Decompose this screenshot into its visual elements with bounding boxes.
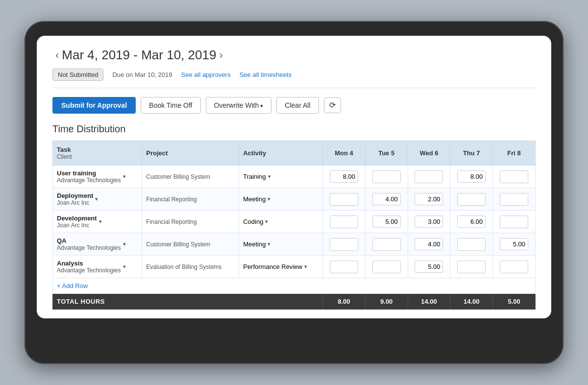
task-cell: Deployment Joan Arc Inc ▾ [53, 188, 142, 211]
task-dropdown-arrow[interactable]: ▾ [123, 264, 126, 270]
task-client: Advantage Technologies [57, 177, 121, 184]
hours-input-tue[interactable] [372, 216, 401, 228]
hours-wed[interactable] [408, 166, 450, 188]
project-name: Financial Reporting [146, 218, 196, 225]
hours-input-wed[interactable] [415, 193, 443, 205]
activity-dropdown-arrow[interactable]: ▾ [304, 264, 307, 270]
add-row-link[interactable]: + Add Row [57, 282, 88, 289]
table-header-row: Task Client Project Activity Mon 4 Tue 5… [53, 141, 536, 166]
activity-cell: Training ▾ [239, 166, 323, 188]
project-cell: Customer Billing System [142, 166, 239, 188]
hours-empty-fri[interactable] [500, 216, 528, 228]
hours-wed[interactable] [408, 256, 450, 278]
task-dropdown-arrow[interactable]: ▾ [123, 173, 126, 180]
screen-inner: ‹ Mar 4, 2019 - Mar 10, 2019 › Not Submi… [37, 36, 551, 318]
col-project: Project [142, 141, 239, 166]
hours-empty-thu[interactable] [457, 261, 486, 273]
total-tue: 9.00 [365, 294, 408, 310]
hours-mon[interactable] [323, 233, 366, 256]
hours-fri[interactable] [493, 211, 536, 233]
hours-thu[interactable] [450, 211, 493, 233]
add-row-cell: + Add Row [53, 278, 536, 294]
activity-value: Meeting [243, 241, 266, 248]
hours-input-wed[interactable] [415, 261, 443, 273]
submit-for-approval-button[interactable]: Submit for Approval [52, 97, 136, 114]
task-client: Joan Arc Inc [57, 222, 97, 229]
hours-mon[interactable] [323, 188, 366, 211]
hours-empty-fri[interactable] [500, 170, 528, 183]
hours-tue[interactable] [365, 233, 408, 256]
task-name: Development [57, 215, 97, 222]
task-cell: Analysis Advantage Technologies ▾ [53, 256, 142, 278]
prev-date-arrow[interactable]: ‹ [52, 49, 62, 62]
hours-tue[interactable] [365, 256, 408, 278]
hours-input-thu[interactable] [457, 216, 486, 228]
activity-value: Training [243, 173, 266, 180]
activity-dropdown-arrow[interactable]: ▾ [265, 218, 268, 225]
activity-cell: Performance Review ▾ [239, 256, 323, 278]
col-mon: Mon 4 [323, 141, 366, 166]
hours-fri[interactable] [493, 256, 536, 278]
hours-thu[interactable] [450, 166, 493, 188]
activity-cell: Meeting ▾ [239, 188, 323, 211]
col-task: Task Client [53, 141, 142, 166]
hours-empty-mon[interactable] [330, 238, 358, 251]
hours-empty-fri[interactable] [500, 261, 528, 273]
hours-mon[interactable] [323, 256, 366, 278]
task-client: Advantage Technologies [57, 244, 121, 251]
see-all-timesheets-link[interactable]: See all timesheets [240, 71, 292, 78]
see-all-approvers-link[interactable]: See all approvers [181, 71, 231, 78]
hours-empty-wed[interactable] [415, 170, 443, 183]
hours-input-wed[interactable] [415, 238, 443, 250]
task-dropdown-arrow[interactable]: ▾ [123, 241, 126, 247]
hours-empty-thu[interactable] [457, 193, 486, 206]
hours-empty-mon[interactable] [330, 261, 358, 273]
hours-input-tue[interactable] [372, 193, 401, 205]
clear-all-button[interactable]: Clear All [276, 97, 318, 114]
table-row: Deployment Joan Arc Inc ▾ Financial Repo… [53, 188, 536, 211]
date-navigation: ‹ Mar 4, 2019 - Mar 10, 2019 › [52, 48, 536, 63]
project-cell: Financial Reporting [142, 188, 239, 211]
task-cell: Development Joan Arc Inc ▾ [53, 211, 142, 233]
task-dropdown-arrow[interactable]: ▾ [99, 218, 102, 225]
hours-input-fri[interactable] [500, 238, 528, 250]
overwrite-with-button[interactable]: Overwrite With [206, 97, 272, 114]
refresh-button[interactable]: ⟳ [324, 97, 341, 113]
hours-fri[interactable] [493, 188, 536, 211]
task-client: Joan Arc Inc [57, 199, 93, 206]
hours-input-mon[interactable] [330, 170, 358, 183]
table-row: User training Advantage Technologies ▾ C… [53, 166, 536, 188]
hours-tue[interactable] [365, 211, 408, 233]
project-cell: Financial Reporting [142, 211, 239, 233]
activity-dropdown-arrow[interactable]: ▾ [268, 241, 270, 247]
hours-input-wed[interactable] [415, 216, 443, 228]
hours-empty-tue[interactable] [372, 238, 401, 251]
hours-empty-mon[interactable] [330, 216, 358, 228]
hours-input-thu[interactable] [457, 170, 486, 183]
book-time-off-button[interactable]: Book Time Off [141, 97, 200, 114]
hours-fri[interactable] [493, 233, 536, 256]
hours-empty-tue[interactable] [372, 261, 401, 273]
next-date-arrow[interactable]: › [216, 49, 225, 62]
hours-fri[interactable] [493, 166, 536, 188]
hours-empty-thu[interactable] [457, 238, 486, 251]
hours-tue[interactable] [365, 166, 408, 188]
hours-tue[interactable] [365, 188, 408, 211]
task-dropdown-arrow[interactable]: ▾ [95, 196, 98, 202]
activity-value: Meeting [243, 195, 266, 203]
hours-thu[interactable] [450, 256, 493, 278]
hours-empty-fri[interactable] [500, 193, 528, 206]
activity-dropdown-arrow[interactable]: ▾ [268, 173, 271, 180]
hours-wed[interactable] [408, 211, 450, 233]
totals-label: TOTAL HOURS [53, 294, 323, 310]
hours-wed[interactable] [408, 188, 450, 211]
project-name: Financial Reporting [146, 196, 196, 203]
hours-empty-mon[interactable] [330, 193, 358, 206]
hours-empty-tue[interactable] [372, 170, 401, 183]
activity-dropdown-arrow[interactable]: ▾ [268, 196, 270, 202]
hours-mon[interactable] [323, 166, 366, 188]
hours-wed[interactable] [408, 233, 450, 256]
hours-mon[interactable] [323, 211, 366, 233]
hours-thu[interactable] [450, 188, 493, 211]
hours-thu[interactable] [450, 233, 493, 256]
